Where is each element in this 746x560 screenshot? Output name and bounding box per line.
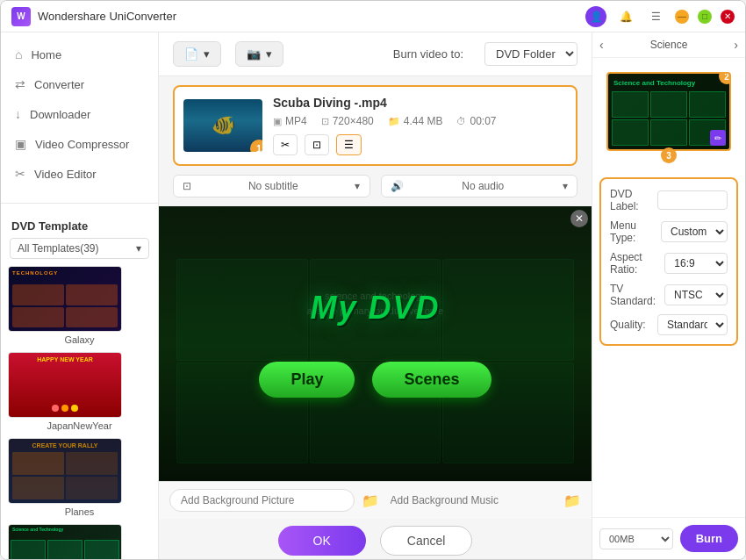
audio-icon: 🔊 xyxy=(391,180,404,192)
top-toolbar: 📄 ▾ 📷 ▾ Burn video to: DVD Folder DVD Di… xyxy=(159,32,592,76)
resolution-icon: ⊡ xyxy=(321,116,329,127)
preview-title: My DVD xyxy=(310,290,440,327)
aspect-ratio-label: Aspect Ratio: xyxy=(610,251,664,276)
sidebar-item-converter[interactable]: ⇄ Converter xyxy=(1,69,158,99)
sidebar-item-downloader[interactable]: ↓ Downloader xyxy=(1,99,158,129)
preview-grid-overlay xyxy=(159,206,592,481)
bg-picture-folder-button[interactable]: 📁 xyxy=(362,492,379,509)
duration-icon: ⏱ xyxy=(456,116,466,126)
bg-music-input[interactable] xyxy=(386,490,557,511)
right-panel: ‹ Science › Science and Technology 2 ✏ xyxy=(592,32,745,559)
science-nav: ‹ Science › xyxy=(592,32,745,58)
user-icon[interactable]: 👤 xyxy=(585,6,606,27)
sidebar-item-video-editor[interactable]: ✂ Video Editor xyxy=(1,159,158,189)
minimize-button[interactable]: — xyxy=(675,10,689,24)
dvd-label-row: DVD Label: xyxy=(610,188,728,212)
preview-panel: ✕ My DVD science and technology are the … xyxy=(159,206,592,519)
bg-picture-input[interactable] xyxy=(169,489,355,512)
science-preview-title: Science and Technology xyxy=(613,79,695,87)
maximize-button[interactable]: □ xyxy=(698,10,712,24)
dvd-label-label: DVD Label: xyxy=(610,188,657,212)
content-area: 📄 ▾ 📷 ▾ Burn video to: DVD Folder DVD Di… xyxy=(159,32,592,559)
format-icon: ▣ xyxy=(273,116,282,127)
science-preview-container: Science and Technology 2 ✏ 3 xyxy=(599,65,738,158)
size-icon: 📁 xyxy=(388,116,400,127)
sidebar-item-video-compressor[interactable]: ▣ Video Compressor xyxy=(1,129,158,159)
add-video-icon: 📄 xyxy=(184,47,198,61)
video-meta: ▣MP4 ⊡720×480 📁4.44 MB ⏱00:07 xyxy=(273,115,567,127)
bottom-row: 00MB Burn xyxy=(592,517,745,559)
settings-badge-3: 3 xyxy=(661,147,677,163)
nav-next-button[interactable]: › xyxy=(734,38,738,52)
subtitle-dropdown[interactable]: ⊡ No subtitle ▾ xyxy=(173,175,370,197)
tv-standard-select[interactable]: NTSC PAL xyxy=(664,284,728,305)
subtitle-chevron: ▾ xyxy=(355,180,360,192)
menu-icon[interactable]: ☰ xyxy=(645,6,666,27)
sidebar-item-home[interactable]: ⌂ Home xyxy=(1,39,158,69)
preview-buttons: Play Scenes xyxy=(259,362,491,398)
menu-type-row: Menu Type: Custom Classic Modern xyxy=(610,219,728,244)
preview-play-button[interactable]: Play xyxy=(259,362,355,398)
dvd-template-title: DVD Template xyxy=(1,211,158,238)
dvd-settings-panel: DVD Label: Menu Type: Custom Classic Mod… xyxy=(599,177,738,346)
template-item-planes[interactable]: CREATE YOUR RALLY Pla xyxy=(8,438,151,517)
menu-type-label: Menu Type: xyxy=(610,219,661,244)
notification-icon[interactable]: 🔔 xyxy=(615,6,636,27)
aspect-ratio-select[interactable]: 16:9 4:3 xyxy=(664,253,728,274)
editor-icon: ✂ xyxy=(15,167,25,181)
preview-close-button[interactable]: ✕ xyxy=(570,210,588,227)
app-title: Wondershare UniConverter xyxy=(38,10,176,23)
burn-label: Burn video to: xyxy=(393,47,463,61)
preview-footer: 📁 📁 xyxy=(159,481,592,519)
bg-music-folder-button[interactable]: 📁 xyxy=(563,492,581,509)
preview-scenes-button[interactable]: Scenes xyxy=(372,362,491,398)
nav-label: Science xyxy=(650,39,688,51)
video-thumbnail: 🐠 1 xyxy=(183,99,262,152)
downloader-icon: ↓ xyxy=(15,107,21,121)
menu-type-select[interactable]: Custom Classic Modern xyxy=(661,221,728,242)
quality-row: Quality: Standard High Ultra xyxy=(610,314,728,335)
burn-destination-select[interactable]: DVD Folder DVD Disc ISO File xyxy=(484,42,577,66)
tv-standard-row: TV Standard: NTSC PAL xyxy=(610,283,728,307)
aspect-ratio-row: Aspect Ratio: 16:9 4:3 xyxy=(610,251,728,276)
nav-prev-button[interactable]: ‹ xyxy=(599,38,604,52)
crop-button[interactable]: ⊡ xyxy=(305,134,329,155)
template-item-galaxy[interactable]: TECHNOLOGY Galaxy xyxy=(8,266,151,345)
title-bar: W Wondershare UniConverter 👤 🔔 ☰ — □ ✕ xyxy=(1,1,745,32)
audio-chevron: ▾ xyxy=(563,180,568,192)
sidebar: ⌂ Home ⇄ Converter ↓ Downloader ▣ Video … xyxy=(1,32,159,559)
settings-button[interactable]: ☰ xyxy=(336,134,362,155)
science-preview-grid xyxy=(612,91,726,146)
preview-main: My DVD science and technology are the pr… xyxy=(159,206,592,481)
video-actions: ✂ ⊡ ☰ xyxy=(273,134,567,155)
burn-button[interactable]: Burn xyxy=(680,525,738,552)
video-item: 🐠 1 Scuba Diving -.mp4 ▣MP4 ⊡720×480 📁4.… xyxy=(173,85,577,166)
add-from-button[interactable]: 📷 ▾ xyxy=(235,41,283,67)
home-icon: ⌂ xyxy=(15,47,22,61)
storage-select[interactable]: 00MB xyxy=(599,528,673,549)
template-filter-dropdown[interactable]: All Templates(39) ▾ xyxy=(10,238,149,259)
cancel-button[interactable]: Cancel xyxy=(380,526,473,556)
edit-template-button[interactable]: ✏ xyxy=(710,130,726,146)
subtitle-icon: ⊡ xyxy=(183,180,191,192)
sub-audio-row: ⊡ No subtitle ▾ 🔊 No audio ▾ xyxy=(159,175,592,206)
quality-label: Quality: xyxy=(610,319,646,331)
compressor-icon: ▣ xyxy=(15,137,26,151)
add-from-icon: 📷 xyxy=(247,47,261,61)
template-item-japannewyear[interactable]: HAPPY NEW YEAR JapanNewYear xyxy=(8,352,151,431)
ok-button[interactable]: OK xyxy=(278,526,366,556)
video-info: Scuba Diving -.mp4 ▣MP4 ⊡720×480 📁4.44 M… xyxy=(273,96,567,155)
add-video-button[interactable]: 📄 ▾ xyxy=(173,41,221,67)
converter-icon: ⇄ xyxy=(15,77,25,91)
app-icon: W xyxy=(11,7,31,26)
template-item-science[interactable]: Science and Technology xyxy=(8,524,151,559)
add-video-label: ▾ xyxy=(204,47,210,61)
template-list: TECHNOLOGY Galaxy xyxy=(1,266,158,559)
quality-select[interactable]: Standard High Ultra xyxy=(657,314,728,335)
audio-dropdown[interactable]: 🔊 No audio ▾ xyxy=(381,175,578,197)
cut-button[interactable]: ✂ xyxy=(273,134,298,155)
close-button[interactable]: ✕ xyxy=(721,10,735,24)
video-badge: 1 xyxy=(250,140,262,152)
video-thumb-image: 🐠 xyxy=(212,114,235,137)
dvd-label-input[interactable] xyxy=(657,190,728,210)
